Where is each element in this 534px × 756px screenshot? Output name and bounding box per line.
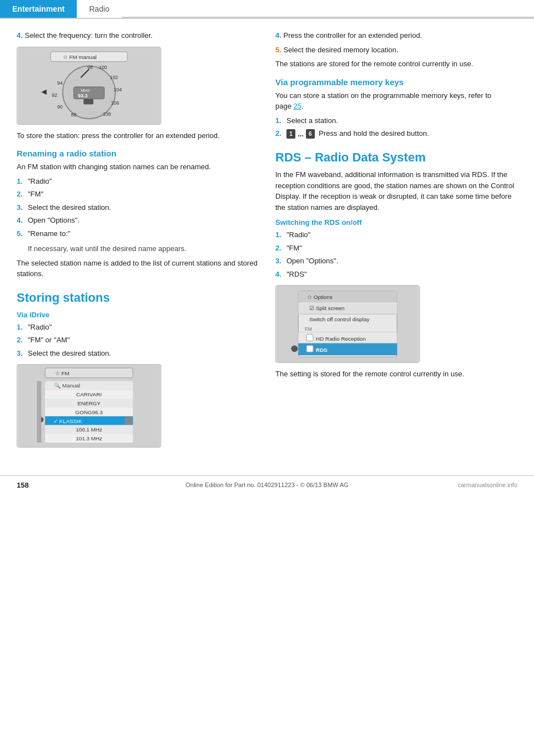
switch-rds-heading: Switching the RDS on/off [275,218,517,227]
rename-steps-list: 1."Radio" 2."FM" 3.Select the desired st… [17,176,259,239]
svg-rect-33 [125,417,132,425]
rename-step-2: 2."FM" [17,189,259,200]
svg-text:GONG96.3: GONG96.3 [75,409,103,415]
svg-text:94: 94 [57,80,63,86]
page-number: 158 [17,481,29,489]
via-prog-step-2: 2. 1 ... 6 Press and hold the desired bu… [275,128,517,139]
svg-text:100.1 MHz: 100.1 MHz [76,426,102,433]
switch-rds-steps-list: 1."Radio" 2."FM" 3.Open "Options". 4."RD… [275,229,517,279]
rename-step-1: 1."Radio" [17,176,259,187]
svg-text:☆ FM: ☆ FM [55,370,70,376]
svg-text:88: 88 [71,112,76,117]
header-nav: Entertainment Radio [0,0,534,19]
via-prog-step-1: 1.Select a station. [275,115,517,126]
tab-radio[interactable]: Radio [77,0,122,18]
site-logo: carmanualsonline.info [458,482,517,488]
footer: 158 Online Edition for Part no. 01402911… [0,475,534,494]
rds-heading: RDS – Radio Data System [275,150,517,165]
svg-text:106: 106 [111,100,119,105]
left-column: 4. Select the frequency: turn the contro… [17,30,259,453]
svg-text:◄: ◄ [39,86,48,96]
step4-intro: 4. Select the frequency: turn the contro… [17,30,259,41]
main-content: 4. Select the frequency: turn the contro… [0,19,534,459]
svg-text:108: 108 [103,111,111,117]
via-idrive-steps-list: 1."Radio" 2."FM" or "AM" 3.Select the de… [17,322,259,359]
rename-heading: Renaming a radio station [17,149,259,158]
svg-text:90: 90 [57,104,63,110]
svg-text:HD Radio Reception: HD Radio Reception [316,336,366,342]
via-prog-text: You can store a station on the programma… [275,90,517,112]
switch-rds-step-3: 3.Open "Options". [275,256,517,267]
options-image: ☆ Options ☑ Split screen Switch off cont… [275,285,420,363]
svg-rect-52 [306,335,313,341]
via-idrive-step-3: 3.Select the desired station. [17,348,259,359]
svg-text:✓ KLASSIK: ✓ KLASSIK [53,418,82,424]
switch-rds-step-4: 4."RDS" [275,269,517,280]
memory-keys-illustration: 1 ... 6 [286,129,315,140]
tab-entertainment[interactable]: Entertainment [0,0,77,18]
right-column: 4. Press the controller for an extended … [275,30,517,453]
rename-step-4: 4.Open "Options". [17,215,259,226]
switch-rds-step-1: 1."Radio" [275,229,517,240]
copyright: Online Edition for Part no. 01402911223 … [185,482,348,488]
svg-text:CARIVARI: CARIVARI [76,391,102,397]
via-idrive-step-2: 2."FM" or "AM" [17,335,259,346]
svg-text:93.3: 93.3 [78,92,87,98]
svg-rect-18 [83,99,93,104]
svg-text:☆ FM manual: ☆ FM manual [63,53,97,60]
fm-manual-image: ☆ FM manual 94 92 90 88 98 100 102 104 1… [17,47,161,125]
rds-intro: In the FM waveband, additional informati… [275,169,517,213]
svg-text:102: 102 [110,75,118,80]
svg-text:92: 92 [52,92,57,97]
fm-list-image: ☆ FM 🔍 Manual CARIVARI ENERGY GONG96.3 ✓… [17,364,161,448]
via-prog-steps-list: 1.Select a station. 2. 1 ... 6 Press and… [275,115,517,140]
svg-text:MHz: MHz [81,87,90,92]
svg-text:FM: FM [305,326,312,332]
rename-inline-note: If necessary, wait until the desired nam… [28,243,259,254]
svg-rect-39 [37,381,41,443]
svg-text:🔍 Manual: 🔍 Manual [54,382,80,389]
svg-text:101.3 MHz: 101.3 MHz [76,435,102,441]
switch-rds-step-2: 2."FM" [275,243,517,254]
svg-rect-55 [306,346,313,352]
storing-heading: Storing stations [17,291,259,305]
svg-text:☆ Options: ☆ Options [307,294,333,300]
svg-text:104: 104 [113,86,122,92]
svg-text:100: 100 [99,65,107,70]
setting-note: The setting is stored for the remote con… [275,369,517,380]
via-idrive-heading: Via iDrive [17,311,259,319]
rename-step-5: 5."Rename to:" [17,228,259,239]
right-step5: 5. Select the desired memory location. [275,45,517,56]
via-idrive-step-1: 1."Radio" [17,322,259,333]
svg-point-57 [291,346,298,352]
svg-text:☑ Split screen: ☑ Split screen [309,306,344,312]
svg-text:RDS: RDS [316,347,328,354]
store-note: To store the station: press the controll… [17,130,259,141]
rename-intro: An FM station with changing station name… [17,161,259,173]
rename-step-3: 3.Select the desired station. [17,202,259,213]
svg-text:ENERGY: ENERGY [77,400,101,406]
stations-note: The stations are stored for the remote c… [275,58,517,70]
via-prog-heading: Via programmable memory keys [275,77,517,87]
nav-line [122,17,534,18]
rename-result: The selected station name is added to th… [17,258,259,279]
svg-text:Switch off control display: Switch off control display [309,316,369,322]
right-step4: 4. Press the controller for an extended … [275,30,517,41]
